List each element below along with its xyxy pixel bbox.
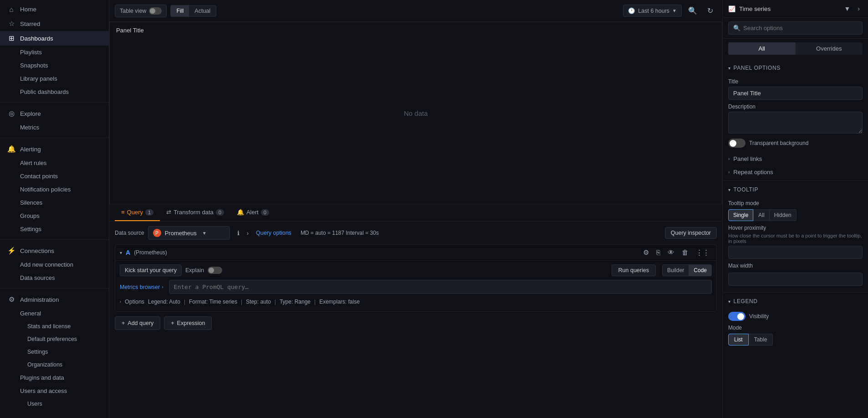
query-options-button[interactable]: Query options: [252, 228, 295, 238]
sidebar-item-explore[interactable]: ◎ Explore: [0, 106, 109, 121]
clock-icon: 🕐: [628, 7, 635, 14]
query-inspector-button[interactable]: Query inspector: [665, 227, 717, 239]
gear-icon: ⚙: [7, 295, 15, 304]
sidebar-item-silences[interactable]: Silences: [0, 196, 109, 209]
tooltip-all-button[interactable]: All: [753, 209, 769, 221]
refresh-button[interactable]: ↻: [704, 4, 717, 17]
sidebar-item-stats-license[interactable]: Stats and license: [0, 320, 109, 333]
run-queries-button[interactable]: Run queries: [612, 264, 656, 276]
query-action-settings[interactable]: ⚙: [641, 248, 651, 258]
sidebar-item-default-preferences[interactable]: Default preferences: [0, 333, 109, 346]
transform-badge: 0: [216, 209, 224, 216]
tooltip-mode-group: Single All Hidden: [728, 209, 863, 221]
table-view-dot-toggle[interactable]: [149, 7, 162, 15]
sidebar-item-connections[interactable]: ⚡ Connections: [0, 243, 109, 258]
sidebar-item-playlists[interactable]: Playlists: [0, 46, 109, 59]
kick-explain-row: Kick start your query Explain Run querie…: [120, 264, 712, 276]
code-button[interactable]: Code: [689, 264, 712, 276]
zoom-out-button[interactable]: 🔍: [684, 4, 701, 17]
panel-links-item[interactable]: › Panel links: [723, 152, 868, 165]
query-action-copy[interactable]: ⎘: [654, 248, 663, 258]
repeat-options-item[interactable]: › Repeat options: [723, 165, 868, 179]
max-width-input[interactable]: [728, 273, 863, 286]
panel-title-input[interactable]: [728, 87, 863, 100]
legend-table-button[interactable]: Table: [749, 334, 773, 346]
sidebar-item-contact-points[interactable]: Contact points: [0, 170, 109, 183]
tooltip-single-button[interactable]: Single: [728, 209, 753, 221]
right-panel-content: ▾ Panel options Title Description Transp…: [723, 58, 868, 418]
sidebar-item-library-panels[interactable]: Library panels: [0, 72, 109, 85]
tab-transform[interactable]: ⇄ Transform data 0: [160, 204, 230, 221]
hover-proximity-label: Hover proximity: [728, 225, 863, 231]
tooltip-hidden-button[interactable]: Hidden: [770, 209, 797, 221]
sidebar-item-alert-settings[interactable]: Settings: [0, 222, 109, 236]
panel-options-header[interactable]: ▾ Panel options: [723, 61, 868, 75]
transparent-bg-toggle[interactable]: [728, 139, 745, 148]
datasource-select[interactable]: P Prometheus ▼: [148, 226, 230, 240]
sidebar-item-home[interactable]: ⌂ Home: [0, 2, 109, 16]
query-action-delete[interactable]: 🗑: [679, 248, 691, 258]
builder-code-group: Builder Code: [662, 264, 712, 276]
sidebar-item-public-dashboards[interactable]: Public dashboards: [0, 85, 109, 98]
query-block-a: ▾ A (Prometheus) ⚙ ⎘ 👁 🗑 ⋮⋮ Kick start y…: [115, 244, 717, 312]
legend-header[interactable]: ▾ Legend: [723, 294, 868, 308]
sidebar-item-metrics[interactable]: Metrics: [0, 121, 109, 134]
max-width-label: Max width: [728, 263, 863, 269]
query-editor: Data source P Prometheus ▼ ℹ › Query opt…: [109, 222, 722, 418]
sidebar-item-starred[interactable]: ☆ Starred: [0, 16, 109, 31]
search-input[interactable]: [743, 25, 858, 31]
add-expression-button[interactable]: + Expression: [164, 316, 212, 330]
tab-query[interactable]: ≡ Query 1: [115, 204, 160, 221]
sidebar-item-alerting[interactable]: 🔔 Alerting: [0, 142, 109, 156]
promql-input[interactable]: [169, 280, 712, 294]
query-icon: ≡: [121, 209, 125, 216]
all-tab[interactable]: All: [728, 42, 796, 55]
sidebar-item-users[interactable]: Users: [0, 397, 109, 410]
legend-visibility-toggle[interactable]: [728, 312, 745, 321]
query-action-hide[interactable]: 👁: [665, 248, 677, 258]
time-picker[interactable]: 🕐 Last 6 hours ▼: [623, 5, 682, 17]
sidebar-item-add-new-connection[interactable]: Add new connection: [0, 258, 109, 271]
kick-start-button[interactable]: Kick start your query: [120, 264, 182, 276]
metrics-browser-button[interactable]: Metrics browser ›: [120, 284, 166, 290]
table-view-toggle[interactable]: Table view: [115, 5, 167, 17]
visibility-row: Visibility: [728, 312, 863, 321]
options-chevron: ›: [120, 299, 121, 304]
sidebar-item-organizations[interactable]: Organizations: [0, 358, 109, 371]
sidebar-item-groups[interactable]: Groups: [0, 209, 109, 222]
sidebar-item-general[interactable]: General: [0, 307, 109, 320]
tooltip-header[interactable]: ▾ Tooltip: [723, 183, 868, 196]
top-toolbar: Table view Fill Actual 🕐 Last 6 hours ▼ …: [109, 0, 722, 22]
fill-button[interactable]: Fill: [171, 5, 189, 16]
sidebar-item-snapshots[interactable]: Snapshots: [0, 59, 109, 72]
sidebar-item-plugins-data[interactable]: Plugins and data: [0, 371, 109, 384]
viz-title: 📈 Time series: [728, 5, 837, 12]
chevron-right-icon2: ›: [728, 170, 730, 175]
add-query-button[interactable]: + Add query: [115, 316, 160, 330]
chevron-right-icon: ›: [162, 284, 163, 289]
panel-canvas: Panel Title No data: [109, 22, 722, 204]
expand-viz-button[interactable]: ›: [855, 4, 863, 14]
sidebar-item-administration[interactable]: ⚙ Administration: [0, 292, 109, 307]
overrides-tab[interactable]: Overrides: [796, 42, 863, 55]
sidebar-item-data-sources[interactable]: Data sources: [0, 271, 109, 284]
explain-toggle[interactable]: [208, 267, 222, 274]
info-button[interactable]: ℹ: [234, 227, 243, 239]
hover-proximity-input[interactable]: [728, 246, 863, 259]
chevron-down-viz-button[interactable]: ▼: [841, 4, 853, 14]
search-input-container[interactable]: 🔍: [728, 21, 863, 35]
legend-list-button[interactable]: List: [728, 334, 749, 346]
description-textarea[interactable]: [728, 112, 863, 134]
sidebar-item-settings[interactable]: Settings: [0, 346, 109, 358]
tab-alert[interactable]: 🔔 Alert 0: [230, 204, 276, 221]
sidebar-item-alert-rules[interactable]: Alert rules: [0, 156, 109, 170]
actual-button[interactable]: Actual: [189, 5, 216, 16]
options-row[interactable]: › Options Legend: Auto | Format: Time se…: [120, 298, 712, 308]
sidebar-item-notification-policies[interactable]: Notification policies: [0, 183, 109, 196]
builder-button[interactable]: Builder: [662, 264, 689, 276]
sidebar-item-dashboards[interactable]: ⊞ Dashboards: [0, 31, 109, 46]
query-action-drag[interactable]: ⋮⋮: [694, 248, 712, 258]
sidebar-item-users-access[interactable]: Users and access: [0, 384, 109, 397]
query-source-label: (Prometheus): [134, 249, 167, 256]
options-search: 🔍: [723, 18, 868, 39]
